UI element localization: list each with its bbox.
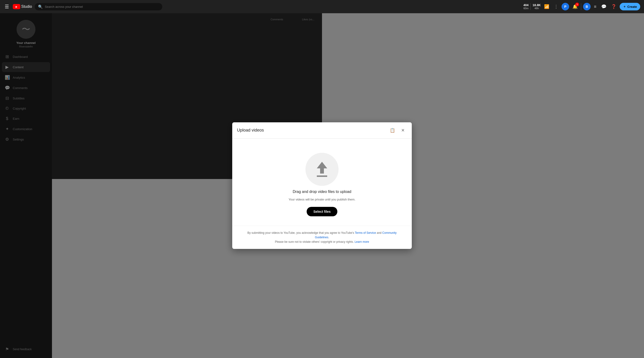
search-bar[interactable]: 🔍 — [35, 3, 162, 10]
search-input[interactable] — [45, 5, 159, 8]
upload-arrow-graphic — [317, 162, 322, 177]
logo: Studio — [13, 4, 32, 9]
arrow-head — [317, 162, 322, 168]
modal-overlay: Upload videos 📋 ✕ — [0, 13, 322, 179]
upload-icon-circle — [306, 153, 322, 179]
upload-modal: Upload videos 📋 ✕ — [232, 122, 322, 179]
arrow-stem — [320, 168, 322, 174]
logo-text: Studio — [21, 4, 32, 9]
menu-icon[interactable]: ☰ — [4, 3, 10, 10]
modal-body: Drag and drop video files to upload Your… — [232, 139, 322, 179]
upload-base-line — [317, 175, 322, 177]
search-icon: 🔍 — [38, 4, 43, 9]
modal-title: Upload videos — [237, 128, 264, 133]
app-header: ☰ Studio 🔍 404 60m 18.8K 48h 📶 ⋮ P 🔔 7 B… — [0, 0, 322, 13]
modal-header: Upload videos 📋 ✕ — [232, 122, 322, 139]
arrow-shape — [317, 162, 322, 174]
youtube-icon — [13, 4, 20, 9]
